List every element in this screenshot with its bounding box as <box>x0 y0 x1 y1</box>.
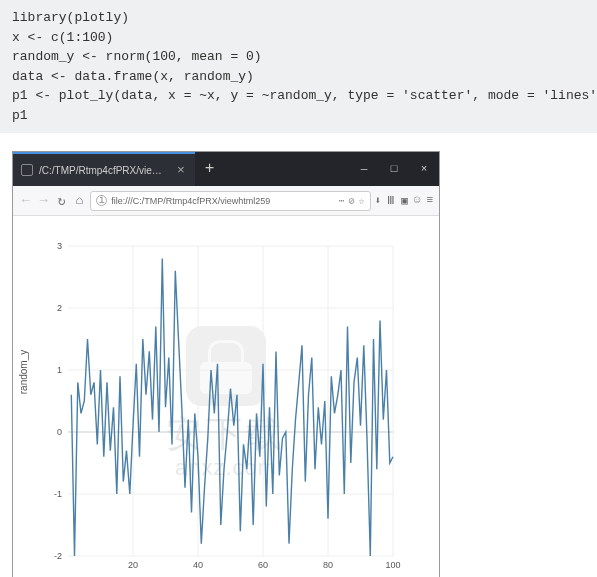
svg-text:100: 100 <box>385 560 400 570</box>
code-line: data <- data.frame(x, random_y) <box>12 67 585 87</box>
svg-text:80: 80 <box>323 560 333 570</box>
browser-tab[interactable]: /C:/TMP/Rtmp4cfPRX/viewhtml25 × <box>13 152 195 186</box>
url-text: file:///C:/TMP/Rtmp4cfPRX/viewhtml259 <box>111 196 334 206</box>
reload-button[interactable]: ↻ <box>55 191 69 211</box>
maximize-button[interactable]: □ <box>379 152 409 186</box>
svg-text:-1: -1 <box>54 489 62 499</box>
info-icon[interactable]: i <box>96 195 107 206</box>
svg-text:2: 2 <box>57 303 62 313</box>
url-more-icon: ⋯ <box>338 195 344 207</box>
svg-text:-2: -2 <box>54 551 62 561</box>
minimize-button[interactable]: — <box>349 152 379 186</box>
back-button[interactable]: ← <box>19 191 33 210</box>
toolbar-icons: ⬇ Ⅲ ▣ ☺ ≡ <box>375 194 433 207</box>
star-icon[interactable]: ☆ <box>359 195 365 207</box>
download-icon[interactable]: ⬇ <box>375 194 382 207</box>
browser-window: /C:/TMP/Rtmp4cfPRX/viewhtml25 × + — □ × … <box>12 151 440 577</box>
plotly-chart[interactable]: random_y x -2-1012320406080100 <box>33 236 403 577</box>
chart-area: 安下载 anxz.com random_y x -2-1012320406080… <box>13 216 439 577</box>
library-icon[interactable]: Ⅲ <box>387 194 395 207</box>
forward-button[interactable]: → <box>37 191 51 210</box>
menu-icon[interactable]: ≡ <box>426 194 433 207</box>
url-input[interactable]: i file:///C:/TMP/Rtmp4cfPRX/viewhtml259 … <box>90 191 370 211</box>
account-icon[interactable]: ☺ <box>414 194 421 207</box>
svg-text:3: 3 <box>57 241 62 251</box>
shield-icon[interactable]: ⊘ <box>348 195 354 207</box>
code-line: p1 <box>12 106 585 126</box>
address-bar: ← → ↻ ⌂ i file:///C:/TMP/Rtmp4cfPRX/view… <box>13 186 439 216</box>
titlebar: /C:/TMP/Rtmp4cfPRX/viewhtml25 × + — □ × <box>13 152 439 186</box>
code-line: random_y <- rnorm(100, mean = 0) <box>12 47 585 67</box>
tab-close-icon[interactable]: × <box>175 163 187 178</box>
y-axis-label: random_y <box>18 350 29 394</box>
favicon-icon <box>21 164 33 176</box>
code-line: x <- c(1:100) <box>12 28 585 48</box>
code-block: library(plotly) x <- c(1:100) random_y <… <box>0 0 597 133</box>
svg-text:0: 0 <box>57 427 62 437</box>
svg-text:40: 40 <box>193 560 203 570</box>
sidebar-icon[interactable]: ▣ <box>401 194 408 207</box>
home-button[interactable]: ⌂ <box>72 191 86 210</box>
chart-svg: -2-1012320406080100 <box>33 236 403 577</box>
tab-title: /C:/TMP/Rtmp4cfPRX/viewhtml25 <box>39 165 169 176</box>
svg-text:20: 20 <box>128 560 138 570</box>
code-line: library(plotly) <box>12 8 585 28</box>
close-button[interactable]: × <box>409 152 439 186</box>
code-line: p1 <- plot_ly(data, x = ~x, y = ~random_… <box>12 86 585 106</box>
new-tab-button[interactable]: + <box>195 152 225 186</box>
svg-text:1: 1 <box>57 365 62 375</box>
svg-text:60: 60 <box>258 560 268 570</box>
window-controls: — □ × <box>349 152 439 186</box>
